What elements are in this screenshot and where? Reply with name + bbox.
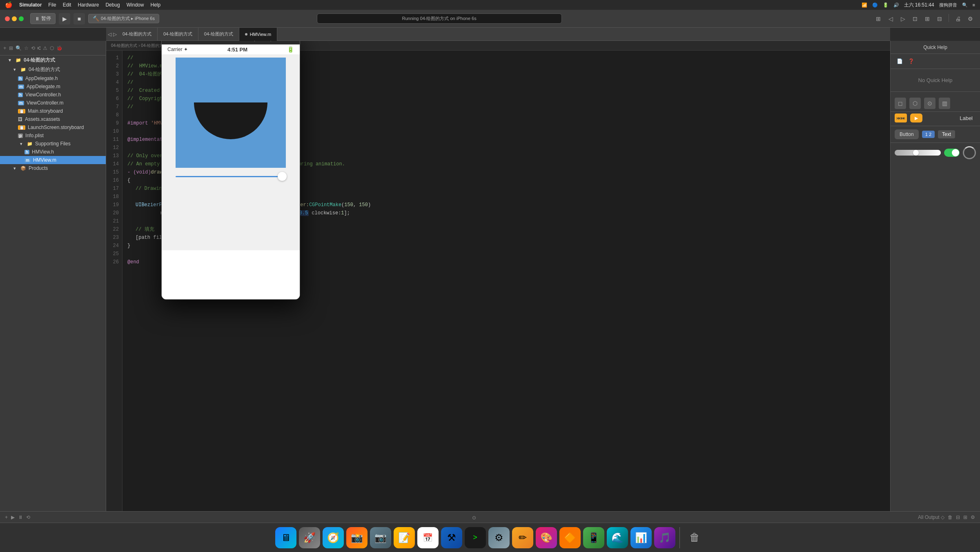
sidebar-item-hmview-m[interactable]: m HMView.m	[0, 156, 106, 164]
sidebar-item-viewcontroller-m[interactable]: m ViewController.m	[0, 99, 106, 107]
sidebar-item-appdelegate-h[interactable]: h AppDelegate.h	[0, 74, 106, 82]
file-tab-hmviewm[interactable]: HMView.m	[239, 28, 277, 41]
sidebar-item-products[interactable]: ▾ 📦 Products	[0, 164, 106, 172]
sidebar-branch-btn[interactable]: ⑆	[38, 45, 40, 51]
menu-simulator[interactable]: Simulator	[19, 2, 42, 8]
file-tab-1[interactable]: 04-绘图的方式	[158, 28, 198, 41]
bluetooth-icon[interactable]: 🔵	[872, 2, 878, 8]
output-play-btn[interactable]: ▶	[11, 514, 15, 520]
structure-view-btn[interactable]: ⊞	[873, 14, 883, 24]
dock-system-prefs[interactable]: ⚙	[488, 527, 510, 548]
run-button[interactable]: ▶	[59, 13, 70, 24]
dock-app2[interactable]: 📱	[583, 527, 604, 548]
dock-finder[interactable]: 🖥	[275, 527, 296, 548]
segment-widget[interactable]: 1 2	[922, 131, 935, 138]
output-refresh-btn[interactable]: ⟲	[26, 514, 30, 520]
tab-forward-btn[interactable]: ▷	[113, 31, 117, 37]
sidebar-item-main-storyboard[interactable]: 📋 Main.storyboard	[0, 107, 106, 115]
stop-button[interactable]: ■	[74, 13, 85, 24]
dock-photos[interactable]: 📸	[346, 527, 368, 548]
dock-camera[interactable]: 📷	[370, 527, 391, 548]
slider-widget[interactable]	[895, 150, 941, 156]
menu-hardware[interactable]: Hardware	[78, 2, 99, 8]
sidebar-item-group[interactable]: ▾ 📁 04-绘图的方式	[0, 65, 106, 74]
output-settings-btn[interactable]: ⚙	[971, 514, 975, 520]
dock-notes[interactable]: 📝	[394, 527, 415, 548]
pause-button[interactable]: ⏸ 暂停	[30, 13, 56, 24]
apple-menu[interactable]: 🍎	[5, 1, 13, 9]
close-window-btn[interactable]	[5, 16, 10, 21]
sidebar-item-infoplist[interactable]: p Info.plist	[0, 131, 106, 140]
spotlight-icon[interactable]: 🔍	[962, 2, 968, 8]
iphone-slider[interactable]	[176, 176, 286, 177]
sidebar-history-btn[interactable]: ⟲	[31, 45, 35, 51]
file-modified-dot	[245, 33, 247, 36]
media-play-widget[interactable]: ⏮⏭	[895, 114, 907, 122]
file-tab-2[interactable]: 04-绘图的方式	[198, 28, 239, 41]
output-clear-btn[interactable]: 🗑	[948, 514, 953, 520]
sidebar-item-root[interactable]: ▾ 📁 04-绘图的方式	[0, 56, 106, 65]
dock-sketch[interactable]: ✏	[512, 527, 533, 548]
minimize-window-btn[interactable]	[12, 16, 17, 21]
menu-debug[interactable]: Debug	[105, 2, 120, 8]
volume-icon[interactable]: 🔊	[893, 2, 899, 8]
sidebar-item-viewcontroller-h[interactable]: h ViewController.h	[0, 91, 106, 99]
sidebar-test-btn[interactable]: ⬡	[50, 45, 54, 51]
back-btn[interactable]: ◁	[886, 14, 895, 24]
file-inspector-btn[interactable]: 📄	[895, 57, 904, 65]
dock-app1[interactable]: 🔶	[559, 527, 581, 548]
menu-file[interactable]: File	[48, 2, 56, 8]
button-widget[interactable]: Button	[895, 129, 919, 139]
sidebar-bookmark-btn[interactable]: ☆	[24, 45, 29, 51]
output-pause-btn[interactable]: ⏸	[18, 514, 23, 520]
dock-launchpad[interactable]: 🚀	[299, 527, 320, 548]
output-jump-btn[interactable]: ⊙	[472, 515, 476, 521]
dock-safari[interactable]: 🧭	[323, 527, 344, 548]
sidebar-item-hmview-h[interactable]: h HMView.h	[0, 148, 106, 156]
maximize-window-btn[interactable]	[19, 16, 24, 21]
sidebar-filter-btn[interactable]: ⊞	[9, 45, 13, 51]
forward-btn[interactable]: ▷	[898, 14, 908, 24]
dock-xcode[interactable]: ⚒	[441, 527, 462, 548]
main-area: + ⊞ 🔍 ☆ ⟲ ⑆ ⚠ ⬡ 🐞 ▾ 📁 04-绘图的方式 ▾ 📁 04-绘图…	[0, 41, 980, 523]
output-filter-btn[interactable]: All Output ◇	[918, 514, 944, 520]
quick-help-btn[interactable]: ❓	[907, 57, 915, 65]
menu-help[interactable]: Help	[150, 2, 160, 8]
text-widget[interactable]: Text	[938, 130, 955, 138]
scheme-selector[interactable]: 🔨 04-绘图的方式 ▸ iPhone 6s	[88, 14, 159, 23]
dock-calendar[interactable]: 📅	[417, 527, 439, 548]
tab-back-btn[interactable]: ◁	[108, 31, 111, 37]
view-layout-btn[interactable]: ⊟	[935, 14, 944, 24]
dock-terminal[interactable]: >	[465, 527, 486, 548]
dock-app5[interactable]: 🎵	[654, 527, 675, 548]
output-split-btn[interactable]: ⊟	[956, 514, 960, 520]
dock-app3[interactable]: 🌊	[607, 527, 628, 548]
file-tab-0[interactable]: 04-绘图的方式	[117, 28, 158, 41]
settings-btn[interactable]: ⚙	[965, 14, 975, 24]
output-add-btn[interactable]: +	[5, 514, 8, 520]
version-editor-btn[interactable]: ⊞	[922, 14, 932, 24]
file-tree: ▾ 📁 04-绘图的方式 ▾ 📁 04-绘图的方式 h AppDelegate.…	[0, 56, 106, 172]
sidebar-item-supporting[interactable]: ▾ 📁 Supporting Files	[0, 140, 106, 148]
menu-edit[interactable]: Edit	[63, 2, 71, 8]
dock-app4[interactable]: 📊	[630, 527, 652, 548]
sidebar-item-appdelegate-m[interactable]: m AppDelegate.m	[0, 82, 106, 91]
sidebar-debug-btn[interactable]: 🐞	[56, 45, 62, 51]
print-btn[interactable]: 🖨	[953, 14, 963, 24]
dock-trash[interactable]: 🗑	[684, 527, 705, 548]
notification-icon[interactable]: ≡	[973, 2, 975, 7]
dock-pixelmator[interactable]: 🎨	[536, 527, 557, 548]
sidebar-item-assets[interactable]: 🖼 Assets.xcassets	[0, 115, 106, 123]
sidebar-item-launch-storyboard[interactable]: 📋 LaunchScreen.storyboard	[0, 123, 106, 131]
output-maximize-btn[interactable]: ⊞	[963, 514, 967, 520]
show-assistant-btn[interactable]: ⊡	[910, 14, 920, 24]
wifi-icon[interactable]: 📶	[862, 2, 867, 8]
sidebar-search-btn[interactable]: 🔍	[16, 45, 22, 51]
sidebar-issues-btn[interactable]: ⚠	[43, 45, 47, 51]
label-widget-row: ⏮⏭ ▶ Label	[891, 112, 980, 124]
sidebar-add-btn[interactable]: +	[3, 45, 7, 51]
toggle-widget[interactable]	[944, 149, 960, 157]
media-badge-widget[interactable]: ▶	[910, 114, 922, 122]
input-method[interactable]: 搜狗拼音	[939, 2, 957, 8]
menu-window[interactable]: Window	[127, 2, 144, 8]
